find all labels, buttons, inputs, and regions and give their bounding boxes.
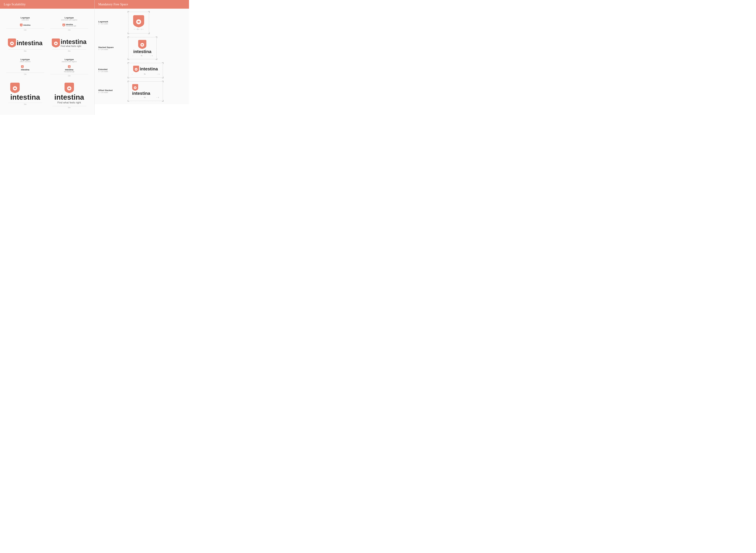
extended-subtitle: x = 1/6 width — [98, 71, 123, 72]
extended-name-text: intestina — [140, 67, 158, 71]
offset-stacked-title: Offset Stacked — [98, 89, 123, 91]
inline-logo-large: intestina — [8, 38, 42, 48]
logo-display-2: intestina Find what feels right — [62, 24, 76, 26]
logo-cell-label: Logotype extended — [21, 16, 30, 21]
logo-measurement-stacked-large: 3 in — [8, 103, 42, 105]
logo-name-text-large: intestina — [17, 40, 42, 46]
logo-name-stacked-tagline-large: intestina — [54, 93, 84, 101]
left-panel-header: Logo Scalability — [0, 0, 94, 9]
logo-measurement-stacked-tagline-small: 1 in — [51, 74, 88, 77]
left-panel: Logo Scalability Logotype extended — [0, 0, 95, 115]
stacked-logo-large: intestina — [10, 83, 40, 101]
free-space-offset-stacked-row: Offset Stacked x = 1/6 width intes — [98, 81, 185, 101]
offset-corner-br — [162, 100, 164, 101]
free-space-extended-row: Extended x = 1/6 width intestina — [98, 63, 185, 78]
logo-tagline-small: Find what feels right — [66, 25, 76, 26]
stacked-logo-small: intestina — [21, 65, 29, 71]
logo-cell-extended-tagline-large: intestina Find what feels right 3 in — [47, 32, 91, 54]
logo-cell-offset-stacked-large: intestina 3 in — [3, 78, 47, 110]
logo-cell-label-4: Logotype stacked with tagline — [62, 58, 77, 63]
logo-cell-extended-large: intestina 3 in — [3, 32, 47, 54]
offset-corner-tr — [162, 81, 164, 82]
free-space-logomark-row: Logomark x = 1/2 width ← — [98, 12, 185, 33]
logo-subtype-label-3: offset stacked — [20, 61, 30, 63]
stacked-logo-tagline-large: intestina Find what feels right — [54, 83, 84, 104]
stacked-corner-tr — [156, 36, 157, 38]
extended-measurement: ← 6x → x — [131, 73, 160, 75]
logo-name-stacked-small: intestina — [21, 69, 29, 71]
stacked-square-logo: intestina — [133, 40, 152, 54]
logomark-icon — [133, 15, 144, 27]
stacked-square-name: intestina — [133, 50, 152, 54]
offset-stacked-icon — [132, 84, 138, 91]
logo-cell-offset-stacked-small: Logotype offset stacked intestina — [3, 54, 47, 78]
logo-display-stacked-large: intestina — [10, 83, 40, 101]
logo-display-stacked-tagline-small: intestina Find what feels right — [64, 65, 75, 72]
right-panel-header: Mandatory Free Space — [95, 0, 189, 9]
corner-br — [148, 32, 150, 34]
extended-icon — [133, 66, 139, 72]
logo-name-text-small-2: intestina — [66, 24, 76, 25]
inline-logo-tagline-small: intestina Find what feels right — [62, 24, 76, 26]
free-space-extended-label: Extended x = 1/6 width — [98, 68, 123, 72]
logo-tagline-stacked-large: Find what feels right — [58, 101, 81, 104]
logo-measurement-stacked-tagline-large: 3 in — [52, 106, 86, 108]
logo-subtype-label-4: stacked with tagline — [62, 61, 77, 63]
logo-cell-extended-tagline-small: Logotype extended with tagline intestina — [47, 13, 91, 32]
logo-measurement-small-2: 1 in — [51, 28, 88, 31]
logo-type-label-2: Logotype — [61, 16, 77, 19]
logomark-subtitle: x = 1/2 width — [98, 23, 123, 25]
offset-corner-tl — [128, 81, 129, 82]
logo-type-label-3: Logotype — [20, 58, 30, 61]
logo-type-label: Logotype — [21, 16, 30, 19]
logo-subtype-label: extended — [21, 19, 30, 21]
stacked-corner-bl — [128, 58, 129, 60]
extended-corner-bl — [128, 77, 129, 78]
logo-cell-stacked-tagline-large: intestina Find what feels right 3 in — [47, 78, 91, 110]
stacked-subtitle: x = 1/4 width — [98, 49, 123, 51]
corner-tr — [148, 11, 150, 13]
logo-display-stacked-small: intestina — [21, 65, 29, 71]
free-space-stacked-row: Stacked Square x = 1/4 width intes — [98, 37, 185, 59]
logo-display-tagline-large: intestina Find what feels right — [52, 38, 86, 48]
stacked-diagram: intestina ← 4x → x — [128, 37, 157, 59]
logo-cell-extended-small: Logotype extended intestina — [3, 13, 47, 32]
logo-name-text-small: intestina — [23, 24, 30, 26]
offset-stacked-diagram: intestina ← 6x → x — [128, 81, 163, 101]
logo-text-tagline-stack-large: intestina Find what feels right — [61, 38, 86, 48]
logo-scalability-content: Logotype extended intestina — [0, 9, 94, 115]
inline-logo-tagline-large: intestina Find what feels right — [52, 38, 86, 48]
logo-name-stacked-large: intestina — [10, 93, 40, 101]
stacked-logo-tagline-small: intestina Find what feels right — [64, 65, 75, 72]
logo-grid: Logotype extended intestina — [3, 13, 91, 110]
offset-stacked-subtitle: x = 1/6 width — [98, 91, 123, 93]
inline-logo-small: intestina — [20, 24, 30, 26]
logo-measurement-small: 1 in — [6, 28, 44, 31]
logo-cell-label-2: Logotype extended with tagline — [61, 16, 77, 21]
corner-tl — [128, 11, 129, 13]
logo-text-stack-small: intestina Find what feels right — [66, 24, 76, 26]
free-space-offset-stacked-label: Offset Stacked x = 1/6 width — [98, 89, 123, 93]
offset-stacked-name: intestina — [132, 91, 150, 96]
right-panel: Mandatory Free Space Logomark x = 1/2 wi… — [95, 0, 189, 115]
extended-title: Extended — [98, 68, 123, 71]
logomark-title: Logomark — [98, 20, 123, 23]
logo-display-stacked-tagline-large: intestina Find what feels right — [54, 83, 84, 104]
logo-measurement-large: 3 in — [8, 50, 42, 52]
logo-subtype-label-2: extended with tagline — [61, 19, 77, 21]
page: Logo Scalability Logotype extended — [0, 0, 189, 115]
cat-shield-icon-small — [20, 24, 23, 26]
offset-stacked-logo: intestina — [132, 84, 150, 96]
offset-corner-bl — [128, 100, 129, 101]
logo-tagline-stacked-small: Find what feels right — [64, 71, 75, 72]
stacked-title: Stacked Square — [98, 46, 123, 49]
extended-corner-br — [162, 77, 164, 78]
cat-shield-icon-tagline-large — [52, 38, 60, 48]
logo-display-large: intestina — [8, 38, 42, 48]
extended-inline-logo: intestina — [133, 66, 158, 72]
stacked-square-icon — [138, 40, 147, 49]
stacked-corner-tl — [128, 36, 129, 38]
offset-stacked-measurement: ← 6x → x — [132, 96, 159, 98]
logo-measurement-tagline-large: 3 in — [52, 50, 86, 52]
cat-shield-stacked-tagline-small — [68, 65, 71, 68]
